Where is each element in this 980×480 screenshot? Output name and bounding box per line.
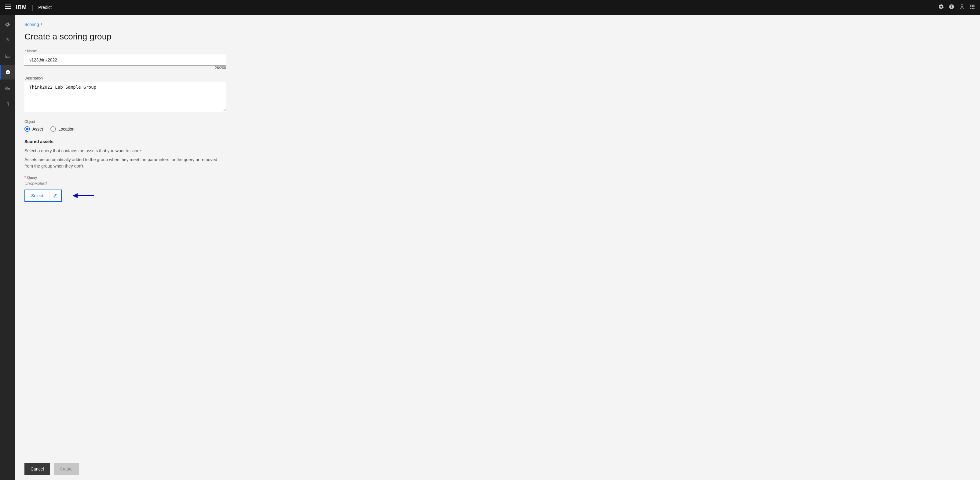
apps-icon[interactable] [970,4,975,11]
scored-assets-desc2: Assets are automatically added to the gr… [24,156,226,169]
content-area: Scoring / Create a scoring group * Name … [15,15,980,480]
select-button[interactable]: Select [25,190,49,201]
arrow-svg [73,192,97,199]
page-title: Create a scoring group [24,32,280,41]
radio-asset[interactable]: Asset [24,126,43,132]
scored-assets-section: Scored assets Select a query that contai… [24,139,226,202]
svg-rect-10 [972,8,973,8]
sidebar-item-rocket[interactable] [0,17,15,32]
settings-icon[interactable] [939,4,944,11]
svg-rect-2 [5,8,11,9]
object-section: Object Asset Location [24,120,226,132]
radio-location[interactable]: Location [50,126,75,132]
description-field-container: Description Think2022 Lab Sample Group [24,76,226,113]
top-nav-right [939,4,975,11]
radio-asset-input[interactable] [24,126,30,132]
select-button-group: Select [24,190,62,202]
radio-location-input[interactable] [50,126,56,132]
svg-rect-7 [972,6,973,7]
description-label: Description [24,76,226,80]
help-icon[interactable] [949,4,955,11]
sidebar-item-hierarchy[interactable] [0,81,15,96]
top-navigation: IBM | Predict [0,0,980,15]
query-required-asterisk: * [24,175,26,180]
svg-rect-6 [970,6,971,7]
svg-marker-14 [73,193,78,198]
name-label: * Name [24,49,226,53]
svg-rect-9 [970,8,971,8]
svg-rect-8 [973,6,974,7]
svg-rect-11 [973,8,974,8]
radio-asset-label: Asset [32,127,43,131]
sidebar-item-location[interactable] [0,33,15,48]
form-section: * Name 26/200 Description Think2022 Lab … [24,49,226,202]
scored-assets-title: Scored assets [24,139,226,144]
select-edit-icon-button[interactable] [49,190,61,201]
sidebar-item-scoring[interactable] [0,65,15,80]
svg-rect-3 [970,5,971,5]
name-label-text: Name [27,49,37,53]
breadcrumb: Scoring / [24,22,280,27]
main-layout: Scoring / Create a scoring group * Name … [0,15,980,480]
svg-rect-0 [5,5,11,5]
query-label-text: Query [27,175,37,180]
svg-rect-5 [973,5,974,5]
app-name: Predict [38,5,52,10]
nav-divider: | [32,4,33,11]
menu-icon[interactable] [5,4,11,11]
breadcrumb-separator: / [41,22,42,27]
name-field-container: * Name 26/200 [24,49,226,70]
sidebar [0,15,15,480]
radio-location-label: Location [58,127,75,131]
description-label-text: Description [24,76,43,80]
query-section: * Query Unspecified Select [24,175,226,202]
svg-rect-1 [5,6,11,7]
arrow-annotation [73,192,97,199]
name-input[interactable] [24,54,226,66]
name-required-asterisk: * [24,49,26,53]
brand: IBM | Predict [16,4,52,11]
create-button[interactable]: Create [54,463,79,475]
query-value: Unspecified [24,181,226,186]
object-label: Object [24,120,226,124]
bottom-actions: Cancel Create [15,458,980,480]
sidebar-item-chart[interactable] [0,49,15,64]
ibm-logo: IBM [16,4,27,11]
breadcrumb-scoring-link[interactable]: Scoring [24,22,39,27]
sidebar-item-sliders[interactable] [0,97,15,111]
select-button-row: Select [24,190,226,202]
page-content: Scoring / Create a scoring group * Name … [15,15,290,458]
scored-assets-desc1: Select a query that contains the assets … [24,148,226,154]
user-icon[interactable] [959,4,965,11]
query-label: * Query [24,175,226,180]
name-char-count: 26/200 [24,66,226,70]
radio-group: Asset Location [24,126,226,132]
edit-icon [53,193,57,198]
cancel-button[interactable]: Cancel [24,463,50,475]
description-input[interactable]: Think2022 Lab Sample Group [24,81,226,112]
svg-point-12 [7,40,8,40]
svg-rect-4 [972,5,973,5]
